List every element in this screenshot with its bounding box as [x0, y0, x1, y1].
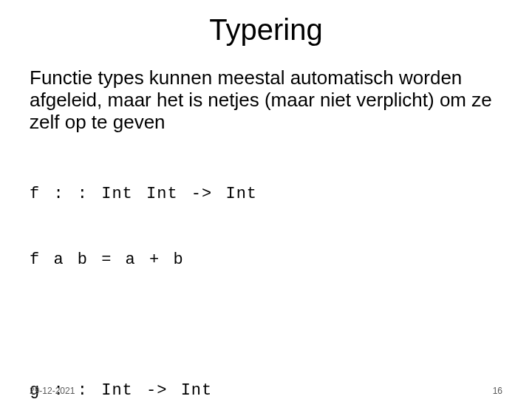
footer-page-number: 16: [493, 386, 502, 396]
code-line: f a b = a + b: [30, 249, 502, 271]
body-paragraph: Functie types kunnen meestal automatisch…: [30, 67, 502, 134]
slide-body: Functie types kunnen meestal automatisch…: [0, 67, 532, 399]
code-block-1: f : : Int Int -> Int f a b = a + b: [30, 140, 502, 316]
footer-date: 29-12-2021: [30, 386, 75, 396]
slide-title: Typering: [0, 13, 532, 47]
code-line: g : : Int -> Int: [30, 380, 502, 399]
code-block-2: g : : Int -> Int g a = a + 1: [30, 335, 502, 399]
slide: Typering Functie types kunnen meestal au…: [0, 13, 532, 399]
code-line: f : : Int Int -> Int: [30, 183, 502, 205]
